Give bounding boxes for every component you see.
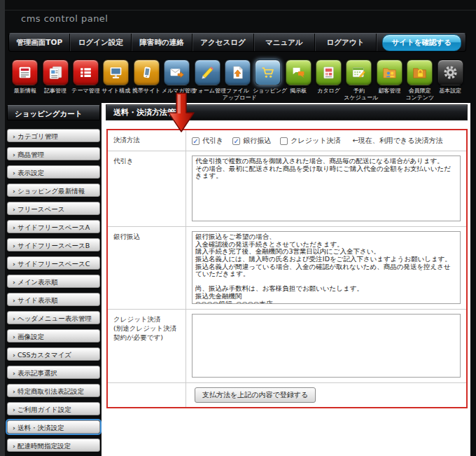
payment-methods-row: 決済方法 ✓代引き✓銀行振込クレジット決済 ←現在、利用できる決済方法 [108, 130, 466, 151]
sidebar-item-label: サイドフリースペースB [18, 242, 90, 249]
sidebar-item-label: フリースペース [18, 205, 65, 213]
upload-icon[interactable] [225, 60, 251, 85]
sidebar-item-18[interactable]: ›配達時間指定設定 [7, 438, 100, 452]
icon-menu-shopping: ショッピング [253, 60, 283, 102]
sidebar-item-5[interactable]: ›フリースペース [7, 202, 100, 215]
theme-icon[interactable] [73, 60, 99, 85]
sidebar-item-4[interactable]: ›ショッピング最新情報 [7, 184, 100, 197]
cod-label: 代引き [108, 151, 186, 226]
icon-menu-mobile: 携帯サイト [132, 60, 162, 102]
sidebar-item-6[interactable]: ›サイドフリースペースA [7, 220, 100, 233]
sidebar-item-label: 特定商取引法表記設定 [18, 387, 84, 395]
icon-menu-mailmag: メルマガ管理 [162, 60, 192, 102]
chevron-right-icon: › [13, 278, 15, 286]
bank-transfer-textarea[interactable]: 銀行振込をご希望の場合、 入金確認後の発送手続きとさせていただきます。 購入手続… [192, 231, 461, 304]
sidebar: ショッピングカート ›カテゴリ管理›商品管理›表示設定›ショッピング最新情報›フ… [7, 105, 100, 452]
nav-item-4[interactable]: アクセスログ [192, 34, 253, 51]
chevron-right-icon: › [13, 387, 15, 395]
catalog-icon[interactable] [316, 60, 342, 85]
icon-menu-members: 会員限定コンテンツ [405, 60, 435, 102]
payment-checkbox-2[interactable]: ✓銀行振込 [232, 136, 271, 146]
form-icon[interactable] [195, 60, 220, 85]
main-panel: 送料・決済方法管理 決済方法 ✓代引き✓銀行振込クレジット決済 ←現在、利用でき… [102, 103, 470, 456]
checkbox-label: 代引き [202, 136, 223, 146]
sidebar-item-3[interactable]: ›表示設定 [7, 165, 100, 179]
members-icon[interactable] [407, 60, 433, 85]
sidebar-item-11[interactable]: ›ヘッダメニュー表示管理 [7, 311, 100, 324]
chevron-right-icon: › [13, 424, 15, 431]
submit-row: 支払方法を上記の内容で登録する [108, 383, 466, 407]
sidebar-item-2[interactable]: ›商品管理 [7, 147, 100, 160]
icon-menu-catalog: カタログ [314, 60, 344, 102]
icon-menu-bbs: 掲示板 [284, 60, 314, 102]
credit-card-row: クレジット決済 (別途クレジット決済契約が必要です) [108, 310, 466, 383]
icon-label: 携帯サイト [132, 88, 162, 95]
sidebar-item-15[interactable]: ›特定商取引法表記設定 [7, 384, 100, 397]
mobile-icon[interactable] [134, 60, 160, 85]
icon-label: メルマガ管理 [162, 88, 192, 95]
confirm-site-button[interactable]: サイトを確認する [382, 34, 461, 51]
sidebar-item-label: サイドフリースペースA [18, 223, 90, 231]
credit-card-sublabel: (別途クレジット決済契約が必要です) [113, 324, 182, 343]
credit-card-textarea[interactable] [192, 314, 461, 378]
checkbox-icon[interactable]: ✓ [192, 137, 200, 145]
icon-label: フォーム管理 [192, 88, 222, 95]
icon-menu-customer: 顧客管理 [374, 60, 405, 102]
sidebar-item-label: メイン表示順 [18, 278, 58, 286]
icon-label: 掲示板 [284, 88, 314, 95]
bbs-icon[interactable] [286, 60, 312, 85]
sidebar-item-1[interactable]: ›カテゴリ管理 [7, 129, 100, 142]
payment-settings-form: 決済方法 ✓代引き✓銀行振込クレジット決済 ←現在、利用できる決済方法 代引き … [106, 129, 468, 408]
bank-transfer-label: 銀行振込 [108, 227, 186, 309]
sidebar-item-label: 商品管理 [18, 151, 44, 158]
nav-item-5[interactable]: マニュアル [254, 34, 315, 51]
icon-menu-upload: ファイルアップロード [223, 60, 253, 102]
nav-item-2[interactable]: ログイン設定 [70, 34, 131, 51]
article-icon[interactable] [43, 60, 69, 85]
submit-row-spacer [108, 383, 186, 407]
sidebar-item-label: 表示記事選択 [18, 369, 57, 377]
sidebar-item-9[interactable]: ›メイン表示順 [7, 275, 100, 288]
chevron-right-icon: › [13, 333, 15, 340]
sidebar-item-12[interactable]: ›画像設定 [7, 329, 100, 343]
site-icon[interactable] [103, 60, 129, 85]
payment-checkbox-3[interactable]: クレジット決済 [280, 136, 340, 146]
icon-label: 最新情報 [10, 88, 40, 95]
register-payment-button[interactable]: 支払方法を上記の内容で登録する [195, 387, 316, 403]
payment-checkbox-1[interactable]: ✓代引き [192, 136, 223, 146]
sidebar-item-7[interactable]: ›サイドフリースペースB [7, 238, 100, 251]
settings-icon[interactable] [438, 60, 463, 85]
icon-label: 顧客管理 [374, 88, 405, 95]
sidebar-item-13[interactable]: ›CSSカスタマイズ [7, 347, 100, 361]
top-navigation-bar: 管理画面TOPログイン設定障害時の連絡アクセスログマニュアルログアウト サイトを… [8, 33, 466, 52]
sidebar-item-17[interactable]: ›送料・決済設定 [7, 420, 100, 434]
top-divider [5, 10, 476, 11]
cod-textarea[interactable]: 代金引換で複数の商品を御購入された場合、商品毎の配送になる場合があります。 その… [192, 156, 461, 221]
nav-item-1[interactable]: 管理画面TOP [9, 34, 70, 51]
icon-label: 基本設定 [435, 88, 465, 95]
icon-menu-news: 最新情報 [10, 60, 40, 102]
nav-item-6[interactable]: ログアウト [315, 34, 376, 51]
icon-menu-schedule: 予約スケジュール [344, 60, 374, 102]
icon-menu-form: フォーム管理 [192, 60, 222, 102]
sidebar-item-8[interactable]: ›サイドフリースペースC [7, 256, 100, 270]
sidebar-item-16[interactable]: ›ご利用ガイド設定 [7, 402, 100, 415]
customer-icon[interactable] [377, 60, 402, 85]
sidebar-item-label: ショッピング最新情報 [18, 187, 85, 195]
shopping-icon[interactable] [255, 60, 281, 85]
nav-item-3[interactable]: 障害時の連絡 [132, 34, 192, 51]
mailmag-icon[interactable] [164, 60, 190, 85]
icon-label: 会員限定コンテンツ [405, 88, 435, 102]
icon-menu-settings: 基本設定 [435, 60, 465, 102]
page-title: 送料・決済方法管理 [106, 104, 468, 120]
checkbox-icon[interactable]: ✓ [232, 137, 240, 145]
sidebar-item-14[interactable]: ›表示記事選択 [7, 366, 100, 379]
sidebar-item-label: カテゴリ管理 [18, 132, 58, 140]
news-icon[interactable] [12, 60, 38, 85]
schedule-icon[interactable] [346, 60, 372, 85]
chevron-right-icon: › [13, 151, 15, 158]
checkbox-icon[interactable] [280, 137, 288, 145]
chevron-right-icon: › [13, 242, 15, 249]
sidebar-item-10[interactable]: ›サイド表示順 [7, 293, 100, 306]
chevron-right-icon: › [13, 187, 15, 195]
